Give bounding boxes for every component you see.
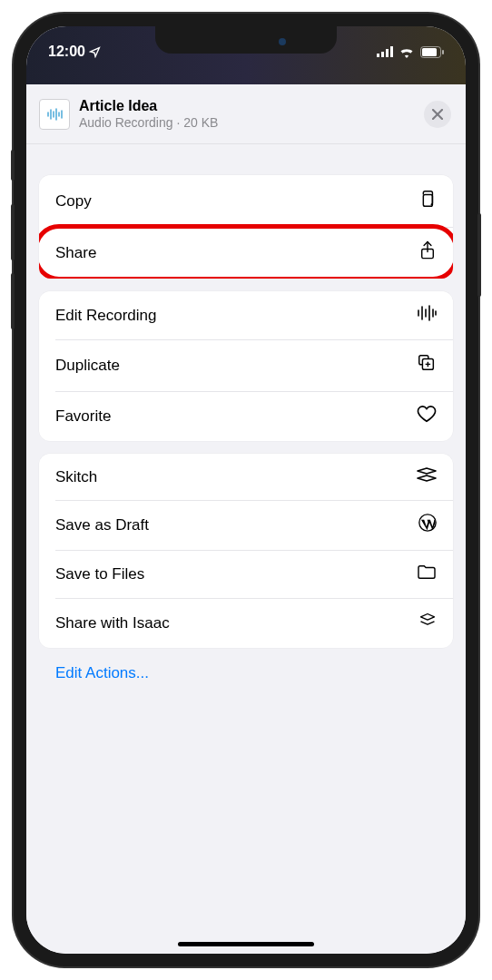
row-label: Share with Isaac [55, 614, 170, 632]
row-label: Skitch [55, 468, 97, 486]
save-as-draft-row[interactable]: Save as Draft [39, 500, 453, 550]
skitch-icon [417, 467, 437, 486]
row-label: Duplicate [55, 357, 120, 375]
phone-frame: 12:00 Article Idea Audio Recording · [14, 14, 478, 966]
row-label: Share [55, 244, 96, 262]
svg-rect-5 [422, 48, 437, 56]
sheet-backdrop-gap [26, 70, 466, 84]
document-titles: Article Idea Audio Recording · 20 KB [79, 97, 424, 131]
silence-switch [11, 150, 15, 181]
status-time-text: 12:00 [48, 44, 85, 60]
skitch-row[interactable]: Skitch [39, 454, 453, 500]
action-group-1: Copy Share [39, 175, 453, 279]
location-icon [89, 46, 101, 58]
action-group-2: Edit Recording Duplicate Favorite [39, 291, 453, 441]
phone-screen: 12:00 Article Idea Audio Recording · [26, 26, 466, 954]
heart-icon [417, 405, 437, 427]
audio-wave-icon [46, 108, 63, 121]
svg-rect-2 [386, 49, 389, 57]
duplicate-row[interactable]: Duplicate [39, 339, 453, 391]
edit-actions-link[interactable]: Edit Actions... [39, 661, 453, 697]
close-button[interactable] [424, 101, 451, 128]
tutorial-highlight [39, 224, 453, 279]
copy-row[interactable]: Copy [39, 175, 453, 227]
share-sheet: Article Idea Audio Recording · 20 KB Cop… [26, 84, 466, 954]
power-button [477, 213, 481, 297]
battery-icon [420, 46, 444, 58]
status-time: 12:00 [48, 44, 101, 60]
wordpress-icon [418, 514, 437, 536]
row-label: Favorite [55, 407, 111, 426]
share-with-isaac-row[interactable]: Share with Isaac [39, 598, 453, 648]
document-subtitle: Audio Recording · 20 KB [79, 114, 424, 131]
svg-rect-6 [442, 50, 444, 54]
home-indicator[interactable] [178, 942, 314, 946]
copy-icon [417, 189, 437, 213]
save-to-files-row[interactable]: Save to Files [39, 550, 453, 598]
stack-icon [418, 612, 437, 634]
svg-rect-1 [381, 52, 384, 57]
sheet-body: Copy Share [26, 144, 466, 697]
row-label: Save as Draft [55, 516, 149, 534]
waveform-icon [417, 305, 437, 326]
volume-down-button [11, 273, 15, 329]
row-label: Edit Recording [55, 307, 157, 325]
duplicate-icon [417, 353, 437, 377]
favorite-row[interactable]: Favorite [39, 391, 453, 441]
svg-rect-0 [377, 54, 379, 57]
status-indicators [377, 46, 444, 58]
cellular-icon [377, 46, 393, 57]
share-icon [418, 240, 437, 265]
row-label: Save to Files [55, 565, 144, 583]
row-label: Copy [55, 192, 92, 211]
edit-actions-label: Edit Actions... [55, 664, 149, 681]
wifi-icon [399, 46, 415, 58]
edit-recording-row[interactable]: Edit Recording [39, 291, 453, 339]
svg-rect-3 [390, 46, 393, 57]
action-group-3: Skitch Save as Draft Save to Files [39, 454, 453, 648]
close-icon [432, 109, 443, 120]
document-title: Article Idea [79, 97, 424, 114]
share-row[interactable]: Share [39, 227, 453, 279]
folder-icon [417, 564, 437, 584]
sheet-header: Article Idea Audio Recording · 20 KB [26, 84, 466, 144]
notch [155, 26, 337, 54]
volume-up-button [11, 204, 15, 260]
document-thumbnail [39, 99, 70, 130]
